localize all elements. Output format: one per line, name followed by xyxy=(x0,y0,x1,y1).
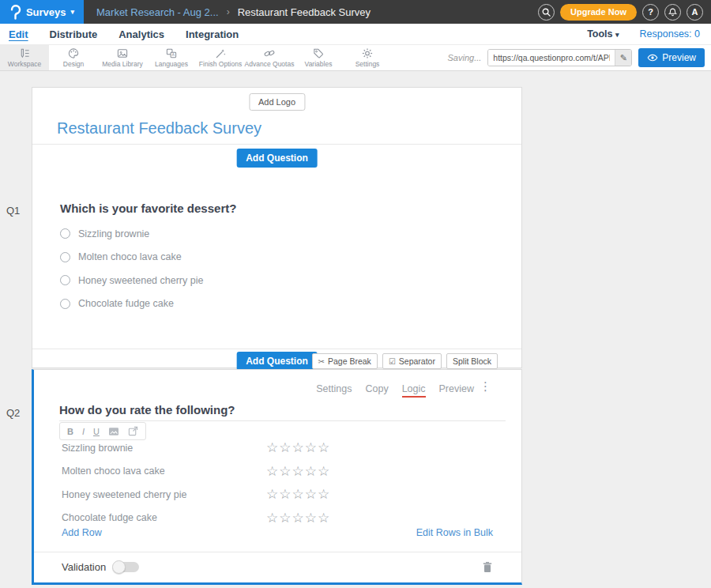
italic-button[interactable]: I xyxy=(82,427,85,436)
question-logic-link[interactable]: Logic xyxy=(402,383,426,398)
toolbar-item-languages[interactable]: A Languages xyxy=(147,45,196,70)
toolbar-item-settings[interactable]: Settings xyxy=(343,45,392,70)
separator-button[interactable]: ☑Separator xyxy=(382,353,442,369)
toolbar-item-finish-options[interactable]: Finish Options xyxy=(196,45,245,70)
validation-toggle[interactable] xyxy=(114,562,139,572)
account-avatar[interactable]: A xyxy=(687,4,703,21)
toolbar-item-design[interactable]: Design xyxy=(49,45,98,70)
radio-icon[interactable] xyxy=(60,228,70,239)
question-copy-link[interactable]: Copy xyxy=(365,383,388,398)
question-settings-link[interactable]: Settings xyxy=(316,383,352,398)
upgrade-now-button[interactable]: Upgrade Now xyxy=(560,4,637,21)
radio-icon[interactable] xyxy=(60,275,70,285)
add-question-button-top[interactable]: Add Question xyxy=(236,149,318,168)
question-2-block[interactable]: Settings Copy Logic Preview ⋮ How do you… xyxy=(32,369,522,585)
rating-row[interactable]: Sizzling brownie ☆☆☆☆☆ xyxy=(62,436,506,460)
star-icon[interactable]: ☆ xyxy=(266,465,278,478)
split-block-button[interactable]: Split Block xyxy=(446,353,498,369)
tab-edit[interactable]: Edit xyxy=(9,28,28,40)
surveys-product-menu[interactable]: Surveys ▾ xyxy=(0,0,84,24)
survey-section-nav: Edit Distribute Analytics Integration To… xyxy=(0,24,711,45)
divider xyxy=(34,552,521,552)
kebab-menu-icon[interactable]: ⋮ xyxy=(480,380,491,392)
star-icon[interactable]: ☆ xyxy=(318,465,329,478)
question-preview-link[interactable]: Preview xyxy=(439,383,474,398)
divider xyxy=(32,144,521,145)
star-icon[interactable]: ☆ xyxy=(305,441,317,454)
star-icon[interactable]: ☆ xyxy=(292,441,304,454)
star-icon[interactable]: ☆ xyxy=(279,465,291,478)
star-rating: ☆☆☆☆☆ xyxy=(266,441,329,454)
tools-menu[interactable]: Tools ▾ xyxy=(587,28,619,40)
option-row[interactable]: Chocolate fudge cake xyxy=(60,292,203,316)
bold-button[interactable]: B xyxy=(67,427,73,436)
toolbar-item-workspace[interactable]: Workspace xyxy=(0,45,49,70)
star-icon[interactable]: ☆ xyxy=(279,441,291,454)
question-2-label: Q2 xyxy=(6,407,20,419)
rating-row[interactable]: Chocolate fudge cake ☆☆☆☆☆ xyxy=(62,507,506,530)
tab-integration[interactable]: Integration xyxy=(186,28,239,40)
tab-analytics[interactable]: Analytics xyxy=(118,28,164,40)
star-icon[interactable]: ☆ xyxy=(266,511,278,525)
breadcrumb-separator-icon: › xyxy=(227,6,230,17)
star-icon[interactable]: ☆ xyxy=(292,511,304,525)
radio-icon[interactable] xyxy=(60,299,70,309)
chevron-down-icon: ▾ xyxy=(71,8,75,16)
rating-row[interactable]: Honey sweetened cherry pie ☆☆☆☆☆ xyxy=(62,483,506,507)
star-icon[interactable]: ☆ xyxy=(318,488,329,501)
help-button[interactable]: ? xyxy=(642,4,659,21)
star-icon[interactable]: ☆ xyxy=(305,465,317,478)
question-1-label: Q1 xyxy=(6,205,20,217)
image-icon xyxy=(116,47,129,59)
star-icon[interactable]: ☆ xyxy=(266,441,278,454)
saving-status: Saving... xyxy=(448,53,482,62)
svg-text:A: A xyxy=(172,52,175,57)
product-label: Surveys xyxy=(26,6,66,18)
option-row[interactable]: Molten choco lava cake xyxy=(60,246,203,270)
translate-icon: A xyxy=(165,47,178,59)
magic-wand-icon xyxy=(214,47,227,59)
question-2-text[interactable]: How do you rate the following? xyxy=(59,403,235,416)
star-icon[interactable]: ☆ xyxy=(305,511,317,525)
survey-url-input[interactable] xyxy=(488,50,615,66)
toolbar-item-advance-quotas[interactable]: Advance Quotas xyxy=(245,45,294,70)
question-1-text[interactable]: Which is your favorite dessert? xyxy=(60,202,236,215)
star-icon[interactable]: ☆ xyxy=(292,488,304,501)
option-row[interactable]: Honey sweetened cherry pie xyxy=(60,269,203,292)
star-icon[interactable]: ☆ xyxy=(292,465,304,478)
insert-image-button[interactable] xyxy=(108,427,119,436)
star-icon[interactable]: ☆ xyxy=(266,488,278,501)
star-icon[interactable]: ☆ xyxy=(318,441,329,454)
toolbar-item-variables[interactable]: Variables xyxy=(294,45,343,70)
insert-link-button[interactable] xyxy=(128,426,138,436)
star-icon[interactable]: ☆ xyxy=(305,488,317,501)
survey-title[interactable]: Restaurant Feedback Survey xyxy=(57,119,261,138)
survey-header-block: Add Logo Restaurant Feedback Survey Add … xyxy=(32,87,522,368)
star-icon[interactable]: ☆ xyxy=(279,511,291,525)
star-icon[interactable]: ☆ xyxy=(318,511,329,525)
top-navigation-bar: Surveys ▾ Market Research - Aug 2... › R… xyxy=(0,0,711,24)
breadcrumb-folder[interactable]: Market Research - Aug 2... xyxy=(96,6,219,18)
option-row[interactable]: Sizzling brownie xyxy=(60,222,203,246)
add-question-button-bottom[interactable]: Add Question xyxy=(236,352,318,371)
edit-url-button[interactable]: ✎ xyxy=(615,50,631,66)
question-1-options: Sizzling brownie Molten choco lava cake … xyxy=(60,222,203,315)
rating-row[interactable]: Molten choco lava cake ☆☆☆☆☆ xyxy=(62,460,506,484)
pencil-icon: ✎ xyxy=(620,53,627,63)
underline-button[interactable]: U xyxy=(93,427,100,436)
search-button[interactable] xyxy=(538,4,555,21)
edit-rows-in-bulk-link[interactable]: Edit Rows in Bulk xyxy=(416,527,493,538)
trash-icon[interactable] xyxy=(482,561,493,573)
preview-button[interactable]: Preview xyxy=(638,48,705,67)
responses-count[interactable]: Responses: 0 xyxy=(640,28,700,40)
tag-icon xyxy=(312,47,325,59)
radio-icon[interactable] xyxy=(60,252,70,262)
star-rating: ☆☆☆☆☆ xyxy=(266,465,329,478)
page-break-button[interactable]: ✂Page Break xyxy=(312,353,378,369)
tab-distribute[interactable]: Distribute xyxy=(50,28,98,40)
toolbar-item-media-library[interactable]: Media Library xyxy=(98,45,147,70)
star-icon[interactable]: ☆ xyxy=(279,488,291,501)
add-logo-button[interactable]: Add Logo xyxy=(249,93,305,111)
notifications-button[interactable] xyxy=(664,4,681,21)
add-row-link[interactable]: Add Row xyxy=(62,527,102,538)
